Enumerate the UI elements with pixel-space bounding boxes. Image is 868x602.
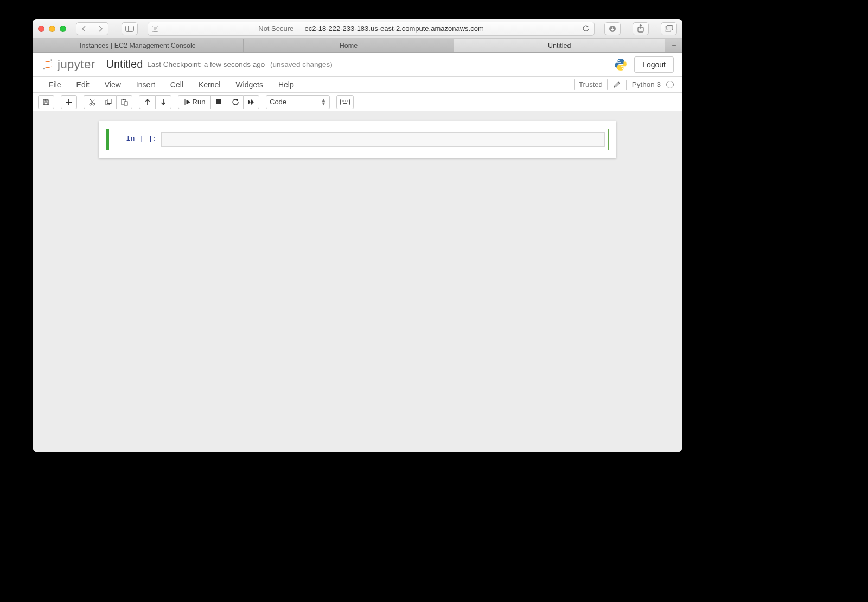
stop-icon xyxy=(216,99,222,105)
svg-point-26 xyxy=(343,100,344,102)
paste-icon xyxy=(120,98,128,106)
menu-cell[interactable]: Cell xyxy=(163,80,191,89)
paste-cell-button[interactable] xyxy=(116,95,132,109)
menu-view[interactable]: View xyxy=(97,80,129,89)
svg-rect-9 xyxy=(667,26,673,30)
move-cell-down-button[interactable] xyxy=(155,95,171,109)
edit-notebook-icon[interactable] xyxy=(613,81,621,88)
notebook-container: In [ ]: xyxy=(99,121,616,158)
svg-point-27 xyxy=(345,100,346,102)
svg-rect-22 xyxy=(124,102,127,105)
cut-cell-button[interactable] xyxy=(84,95,100,109)
reader-mode-icon[interactable] xyxy=(151,25,159,33)
browser-tabstrip: Instances | EC2 Management Console Home … xyxy=(33,39,682,53)
command-palette-button[interactable] xyxy=(336,95,354,109)
svg-point-28 xyxy=(347,100,348,102)
jupyter-logo[interactable]: jupyter xyxy=(41,58,95,72)
svg-rect-29 xyxy=(343,103,347,104)
tabs-overview-button[interactable] xyxy=(661,22,677,35)
new-tab-button[interactable]: ＋ xyxy=(665,39,682,52)
restart-icon xyxy=(232,98,239,106)
browser-window: Not Secure — ec2-18-222-233-183.us-east-… xyxy=(33,19,682,452)
svg-rect-24 xyxy=(341,99,350,105)
run-all-button[interactable] xyxy=(243,95,259,109)
checkpoint-status: Last Checkpoint: a few seconds ago (unsa… xyxy=(147,60,332,68)
jupyter-menubar: File Edit View Insert Cell Kernel Widget… xyxy=(33,77,682,93)
url-bar[interactable]: Not Secure — ec2-18-222-233-183.us-east-… xyxy=(148,22,595,36)
close-window-button[interactable] xyxy=(38,26,44,32)
svg-rect-19 xyxy=(107,99,111,103)
svg-point-17 xyxy=(93,103,95,105)
window-controls xyxy=(38,26,66,32)
trusted-indicator[interactable]: Trusted xyxy=(574,79,608,90)
forward-button[interactable] xyxy=(92,22,108,35)
run-icon xyxy=(184,99,190,105)
downloads-button[interactable] xyxy=(604,22,621,35)
copy-icon xyxy=(105,98,112,106)
svg-rect-0 xyxy=(126,26,134,31)
restart-kernel-button[interactable] xyxy=(227,95,243,109)
jupyter-toolbar: Run Code ▲▼ xyxy=(33,93,682,111)
tab-ec2-console[interactable]: Instances | EC2 Management Console xyxy=(33,39,244,52)
select-arrows-icon: ▲▼ xyxy=(321,98,326,106)
browser-titlebar: Not Secure — ec2-18-222-233-183.us-east-… xyxy=(33,19,682,39)
svg-rect-21 xyxy=(123,99,125,100)
plus-icon xyxy=(66,99,72,105)
kernel-name[interactable]: Python 3 xyxy=(632,80,661,88)
tab-untitled[interactable]: Untitled xyxy=(454,39,665,52)
jupyter-logo-text: jupyter xyxy=(58,58,95,72)
reload-icon[interactable] xyxy=(582,25,590,33)
svg-point-10 xyxy=(50,59,52,61)
scissors-icon xyxy=(88,98,96,106)
cell-type-select[interactable]: Code ▲▼ xyxy=(266,95,330,109)
copy-cell-button[interactable] xyxy=(100,95,116,109)
add-cell-button[interactable] xyxy=(61,95,77,109)
jupyter-header: jupyter Untitled Last Checkpoint: a few … xyxy=(33,53,682,77)
svg-rect-15 xyxy=(45,99,47,101)
page-content: jupyter Untitled Last Checkpoint: a few … xyxy=(33,53,682,452)
menu-kernel[interactable]: Kernel xyxy=(191,80,228,89)
move-cell-up-button[interactable] xyxy=(139,95,155,109)
run-cell-button[interactable]: Run xyxy=(178,95,210,109)
menu-file[interactable]: File xyxy=(41,80,69,89)
share-button[interactable] xyxy=(633,22,649,35)
menu-edit[interactable]: Edit xyxy=(69,80,97,89)
svg-rect-14 xyxy=(44,103,48,105)
interrupt-kernel-button[interactable] xyxy=(210,95,227,109)
maximize-window-button[interactable] xyxy=(60,26,66,32)
svg-point-11 xyxy=(43,68,45,69)
svg-point-16 xyxy=(90,103,92,105)
svg-point-13 xyxy=(622,68,623,69)
logout-button[interactable]: Logout xyxy=(634,56,674,73)
kernel-indicator-icon xyxy=(666,81,674,88)
menu-insert[interactable]: Insert xyxy=(129,80,163,89)
back-button[interactable] xyxy=(76,22,92,35)
notebook-area[interactable]: In [ ]: xyxy=(33,111,682,452)
jupyter-logo-icon xyxy=(41,58,54,71)
save-icon xyxy=(42,98,50,106)
notebook-title[interactable]: Untitled xyxy=(106,58,143,71)
menu-help[interactable]: Help xyxy=(271,80,302,89)
code-cell[interactable]: In [ ]: xyxy=(106,129,609,150)
tab-home[interactable]: Home xyxy=(244,39,455,52)
fast-forward-icon xyxy=(247,99,255,105)
svg-point-12 xyxy=(618,60,620,61)
minimize-window-button[interactable] xyxy=(49,26,55,32)
nav-buttons xyxy=(76,22,108,35)
svg-point-25 xyxy=(342,100,343,102)
save-button[interactable] xyxy=(38,95,54,109)
python-logo-icon xyxy=(614,58,628,72)
keyboard-icon xyxy=(340,99,350,105)
input-prompt: In [ ]: xyxy=(112,132,161,147)
code-input[interactable] xyxy=(161,132,605,147)
arrow-down-icon xyxy=(160,99,167,105)
url-text: Not Secure — ec2-18-222-233-183.us-east-… xyxy=(258,24,484,33)
menu-widgets[interactable]: Widgets xyxy=(228,80,271,89)
divider xyxy=(626,80,627,90)
arrow-up-icon xyxy=(144,99,151,105)
svg-rect-23 xyxy=(216,99,221,104)
sidebar-toggle-button[interactable] xyxy=(122,22,138,35)
